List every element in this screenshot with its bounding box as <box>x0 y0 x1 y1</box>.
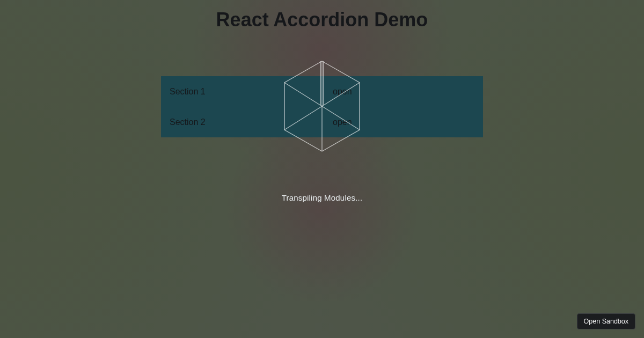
svg-line-2 <box>284 83 322 106</box>
svg-line-5 <box>284 106 322 130</box>
cube-loader-icon <box>279 58 365 155</box>
open-sandbox-button[interactable]: Open Sandbox <box>577 313 635 329</box>
svg-line-6 <box>322 106 360 130</box>
loading-overlay: Transpiling Modules... <box>0 0 644 338</box>
loading-status-text: Transpiling Modules... <box>0 193 644 202</box>
svg-line-3 <box>322 83 360 106</box>
